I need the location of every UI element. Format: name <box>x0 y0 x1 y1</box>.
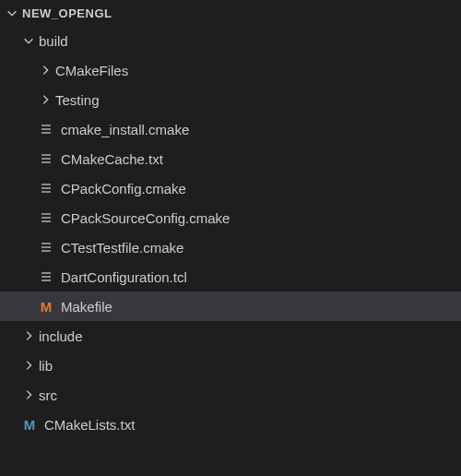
tree-item-label: CPackConfig.cmake <box>61 181 186 196</box>
tree-item-label: CMakeLists.txt <box>44 417 135 433</box>
tree-item-label: Makefile <box>61 299 112 315</box>
file-cpackconfig[interactable]: CPackConfig.cmake <box>0 173 461 203</box>
chevron-down-icon <box>4 5 20 21</box>
file-cpacksourceconfig[interactable]: CPackSourceConfig.cmake <box>0 203 461 232</box>
tree-item-label: Testing <box>55 92 100 108</box>
folder-include[interactable]: include <box>0 321 461 351</box>
tree-item-label: CMakeCache.txt <box>61 151 163 167</box>
explorer-root[interactable]: NEW_OPENGL <box>0 0 461 26</box>
file-cmakelists[interactable]: M CMakeLists.txt <box>0 410 461 439</box>
folder-build[interactable]: build <box>0 26 461 55</box>
folder-src[interactable]: src <box>0 380 461 410</box>
chevron-right-icon <box>20 357 37 374</box>
tree-item-label: CMakeFiles <box>55 63 128 78</box>
chevron-right-icon <box>37 62 53 78</box>
chevron-right-icon <box>20 327 37 344</box>
chevron-right-icon <box>37 91 53 108</box>
makefile-icon: M <box>37 297 55 315</box>
tree-item-label: CTestTestfile.cmake <box>61 240 183 256</box>
text-file-icon <box>37 208 55 227</box>
chevron-right-icon <box>20 387 37 403</box>
file-cmakecache[interactable]: CMakeCache.txt <box>0 144 461 173</box>
tree-item-label: cmake_install.cmake <box>61 122 189 137</box>
folder-lib[interactable]: lib <box>0 351 461 380</box>
chevron-down-icon <box>20 32 37 49</box>
folder-cmakefiles[interactable]: CMakeFiles <box>0 55 461 85</box>
tree-item-label: CPackSourceConfig.cmake <box>61 210 230 226</box>
file-dartconfiguration[interactable]: DartConfiguration.tcl <box>0 262 461 292</box>
text-file-icon <box>37 120 55 138</box>
tree-item-label: include <box>39 328 83 344</box>
text-file-icon <box>37 179 55 197</box>
text-file-icon <box>37 238 55 256</box>
text-file-icon <box>37 268 55 286</box>
tree-item-label: build <box>39 33 68 49</box>
cmake-icon: M <box>20 415 39 434</box>
file-ctesttestfile[interactable]: CTestTestfile.cmake <box>0 232 461 262</box>
text-file-icon <box>37 149 55 168</box>
file-explorer: NEW_OPENGL build CMakeFiles Testing cmak… <box>0 0 461 439</box>
file-cmake-install[interactable]: cmake_install.cmake <box>0 114 461 144</box>
tree-item-label: lib <box>39 358 53 374</box>
folder-testing[interactable]: Testing <box>0 85 461 114</box>
tree-item-label: DartConfiguration.tcl <box>61 269 187 285</box>
tree-item-label: src <box>39 387 57 403</box>
root-label: NEW_OPENGL <box>22 6 112 20</box>
file-makefile[interactable]: M Makefile <box>0 292 461 321</box>
